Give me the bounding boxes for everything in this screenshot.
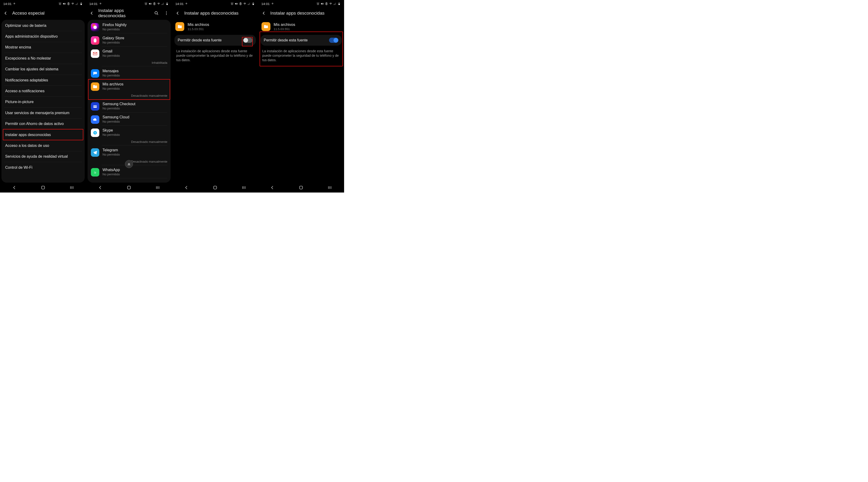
battery-saver-icon: [325, 2, 328, 5]
app-item[interactable]: Galaxy StoreNo permitido: [88, 33, 171, 47]
settings-item[interactable]: Picture-in-picture: [4, 97, 82, 108]
nav-home[interactable]: [40, 185, 46, 190]
app-item[interactable]: SSkypeNo permitidoDesactivado manualment…: [88, 126, 171, 146]
back-button[interactable]: [89, 11, 94, 16]
header: Instalar apps desconocidas: [172, 7, 258, 19]
back-button[interactable]: [3, 11, 8, 16]
nav-home[interactable]: [213, 185, 218, 190]
svg-point-23: [93, 26, 97, 29]
nav-home[interactable]: [299, 185, 304, 190]
status-time: 14:01: [89, 2, 98, 6]
files-icon: [261, 22, 271, 31]
battery-saver-icon: [153, 2, 156, 5]
settings-item[interactable]: Cambiar los ajustes del sistema: [4, 64, 82, 75]
nav-home[interactable]: [126, 185, 131, 190]
location-icon: [13, 2, 16, 6]
settings-item[interactable]: Acceso a notificaciones: [4, 86, 82, 96]
app-name: Skype: [103, 128, 167, 133]
signal-icon: [161, 2, 164, 5]
app-list-card: Firefox NightlyNo permitidoGalaxy StoreN…: [88, 20, 171, 183]
nav-recents[interactable]: [184, 185, 189, 190]
nav-bar: [172, 183, 258, 192]
signal-icon: [247, 2, 251, 5]
messages-icon: [91, 69, 99, 78]
telegram-icon: [91, 148, 99, 157]
search-icon[interactable]: [154, 11, 159, 16]
settings-item[interactable]: Servicios de ayuda de realidad virtual: [4, 151, 82, 162]
nav-back[interactable]: [327, 185, 332, 190]
warning-text: La instalación de aplicaciones desde est…: [172, 46, 258, 62]
nav-recents[interactable]: [98, 185, 103, 190]
cloud-icon: [91, 115, 99, 124]
svg-rect-7: [81, 4, 82, 5]
page-title: Instalar apps desconocidas: [271, 10, 341, 16]
svg-rect-28: [93, 106, 97, 107]
svg-point-26: [95, 73, 96, 73]
app-item[interactable]: Samsung CloudNo permitido: [88, 113, 171, 126]
svg-rect-14: [154, 2, 155, 3]
app-item[interactable]: Firefox NightlyNo permitido: [88, 20, 171, 33]
svg-point-25: [95, 73, 95, 73]
files-icon: [175, 22, 184, 31]
settings-item[interactable]: Mostrar encima: [4, 42, 82, 53]
nav-back[interactable]: [69, 185, 74, 190]
app-name: Mis archivos: [103, 82, 167, 87]
mute-icon: [320, 2, 324, 5]
mute-icon: [149, 2, 152, 5]
settings-item[interactable]: Permitir con Ahorro de datos activo: [4, 119, 82, 129]
back-button[interactable]: [175, 11, 180, 16]
svg-rect-52: [300, 186, 303, 189]
app-item[interactable]: Mis archivosNo permitidoDesactivado manu…: [88, 80, 171, 99]
nav-back[interactable]: [155, 185, 160, 190]
settings-item[interactable]: Optimizar uso de batería: [4, 20, 82, 31]
warning-text: La instalación de aplicaciones desde est…: [258, 46, 344, 62]
detail-body: Mis archivos 11.5.03.551 Permitir desde …: [172, 19, 258, 62]
svg-rect-42: [214, 186, 217, 189]
app-permission-status: No permitido: [103, 74, 167, 78]
svg-point-21: [166, 13, 167, 13]
toggle-switch[interactable]: [329, 38, 338, 43]
scroll-top-button[interactable]: [125, 160, 133, 168]
app-item[interactable]: GmailNo permitidoInhabilitada: [88, 47, 171, 66]
allow-toggle-row[interactable]: Permitir desde esta fuente: [260, 35, 342, 46]
signal-icon: [75, 2, 79, 5]
settings-item[interactable]: Apps administración dispositivo: [4, 31, 82, 42]
toggle-switch[interactable]: [243, 38, 252, 43]
app-name: Mis archivos: [188, 22, 209, 27]
location-icon: [99, 2, 102, 6]
status-bar: 14:01: [258, 0, 344, 7]
app-item[interactable]: MensajesNo permitido: [88, 66, 171, 80]
settings-item[interactable]: Notificaciones adaptables: [4, 75, 82, 86]
settings-item[interactable]: Usar servicios de mensajería premium: [4, 108, 82, 118]
panel-acceso-especial: 14:01 Acceso especial Optimizar uso de b…: [0, 0, 86, 192]
status-time: 14:01: [261, 2, 270, 6]
allow-toggle-row[interactable]: Permitir desde esta fuente: [175, 35, 256, 46]
svg-point-12: [145, 3, 147, 5]
nav-recents[interactable]: [270, 185, 275, 190]
detail-body: Mis archivos 11.5.03.551 Permitir desde …: [258, 19, 344, 62]
nav-bar: [86, 183, 172, 192]
status-icons: [316, 2, 341, 5]
nav-recents[interactable]: [12, 185, 17, 190]
app-permission-status: No permitido: [103, 107, 167, 110]
mute-icon: [235, 2, 238, 5]
app-item[interactable]: Samsung CheckoutNo permitido: [88, 99, 171, 113]
panel-detail-on: 14:01 Instalar apps desconocidas Mis arc…: [258, 0, 344, 192]
svg-point-19: [155, 11, 157, 14]
settings-item[interactable]: Acceso a los datos de uso: [4, 140, 82, 151]
battery-saver-icon: [67, 2, 70, 5]
gmail-icon: [91, 50, 99, 58]
settings-item[interactable]: Instalar apps desconocidas: [4, 129, 82, 140]
settings-item[interactable]: Excepciones a No molestar: [4, 53, 82, 64]
nav-bar: [258, 183, 344, 192]
back-button[interactable]: [261, 11, 266, 16]
nav-back[interactable]: [241, 185, 246, 190]
app-name: Gmail: [103, 49, 167, 54]
app-permission-status: No permitido: [103, 54, 167, 58]
settings-item[interactable]: Control de Wi-Fi: [4, 162, 82, 173]
whatsapp-icon: [91, 168, 99, 177]
more-icon[interactable]: [164, 11, 169, 16]
status-bar: 14:01: [0, 0, 86, 7]
app-extra-status: Desactivado manualmente: [103, 94, 167, 97]
status-bar: 14:01: [172, 0, 258, 7]
